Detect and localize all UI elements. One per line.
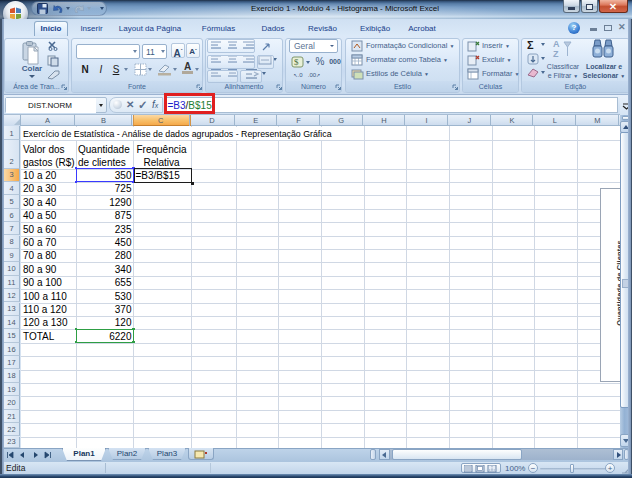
svg-text:Z: Z	[553, 49, 559, 59]
svg-text:A: A	[553, 39, 560, 49]
svg-text:$: $	[294, 57, 299, 67]
